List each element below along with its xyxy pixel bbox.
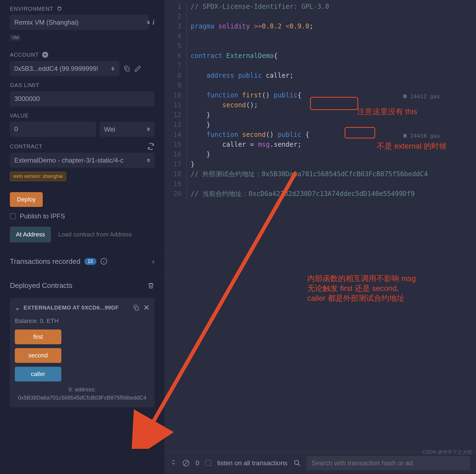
copy-icon[interactable] — [123, 65, 130, 72]
svg-rect-1 — [126, 68, 129, 71]
info-circle-icon[interactable] — [100, 258, 107, 265]
tx-search-input[interactable] — [307, 456, 470, 470]
plus-circle-icon[interactable] — [42, 51, 49, 58]
annotation-text: 注意这里没有 this — [357, 107, 417, 117]
chevron-down-icon[interactable]: ⌄ — [15, 304, 20, 311]
contract-instance-title: EXTERNALDEMO AT 0XCD6...99DF — [24, 305, 129, 311]
env-label: ENVIRONMENT — [10, 5, 154, 12]
account-select[interactable]: 0x5B3...eddC4 (99.9999999! — [10, 61, 119, 76]
listen-label: listen on all transactions — [217, 459, 287, 467]
annotation-text: 内部函数的相互调用不影响 msg无论触发 first 还是 second,cal… — [307, 274, 416, 303]
deployed-contract-card: ⌄ EXTERNALDEMO AT 0XCD6...99DF ✕ Balance… — [10, 298, 154, 407]
evm-version-badge: evm version: shanghai — [10, 172, 66, 181]
tx-count-badge: 15 — [84, 258, 96, 265]
edit-icon[interactable] — [134, 65, 141, 72]
gaslimit-label: GAS LIMIT — [10, 82, 154, 88]
vm-badge: VM — [10, 35, 21, 41]
fn-second-button[interactable]: second — [15, 348, 61, 363]
code-editor[interactable]: 1234567891011121314151617181920 // SPDX-… — [164, 0, 476, 474]
deploy-run-panel: ENVIRONMENT Remix VM (Shanghai) i VM ACC… — [0, 0, 164, 474]
svg-point-5 — [294, 460, 299, 464]
publish-ipfs-label: Publish to IPFS — [20, 212, 65, 220]
terminal-toggle-icon[interactable] — [170, 459, 176, 467]
refresh-icon[interactable] — [147, 143, 154, 150]
pending-count: 0 — [196, 459, 199, 467]
value-unit-select[interactable]: Wei — [100, 122, 154, 137]
listen-checkbox[interactable] — [205, 460, 211, 466]
annotation-text: 不是 external 的时候 — [377, 141, 447, 151]
deployed-contracts-section: Deployed Contracts — [10, 276, 154, 295]
copy-icon[interactable] — [133, 304, 140, 311]
info-icon[interactable]: i — [153, 18, 154, 27]
account-label: ACCOUNT — [10, 51, 154, 58]
svg-rect-3 — [135, 307, 139, 310]
environment-select[interactable]: Remix VM (Shanghai) — [10, 15, 149, 30]
watermark: CSDN @华天下之大软 — [422, 449, 472, 455]
at-address-input[interactable] — [55, 227, 154, 242]
plug-icon — [56, 5, 63, 12]
value-label: VALUE — [10, 112, 154, 119]
contract-select[interactable]: ExternalDemo - chapter-3/1-static/4-c — [10, 153, 154, 168]
balance-text: Balance: 0. ETH — [15, 317, 150, 325]
search-icon[interactable] — [294, 459, 301, 467]
chevron-right-icon: › — [152, 257, 154, 266]
transactions-recorded-section[interactable]: Transactions recorded 15 › — [10, 252, 154, 271]
trash-icon[interactable] — [147, 282, 154, 289]
value-input[interactable] — [10, 122, 96, 137]
ban-icon[interactable] — [182, 459, 190, 467]
gaslimit-input[interactable] — [10, 91, 154, 106]
fn-first-button[interactable]: first — [15, 330, 61, 344]
close-icon[interactable]: ✕ — [144, 304, 150, 312]
code-lines[interactable]: // SPDX-License-Identifier: GPL-3.0 prag… — [186, 2, 476, 452]
contract-label: CONTRACT — [10, 143, 154, 150]
call-result: 0: address: 0x5B38Da6a701c568545dCfcB03F… — [15, 385, 150, 402]
fn-caller-button[interactable]: caller — [15, 367, 61, 381]
publish-ipfs-checkbox[interactable] — [10, 213, 16, 219]
deploy-button[interactable]: Deploy — [10, 192, 43, 207]
line-gutter: 1234567891011121314151617181920 — [164, 2, 186, 452]
at-address-button[interactable]: At Address — [10, 227, 51, 242]
